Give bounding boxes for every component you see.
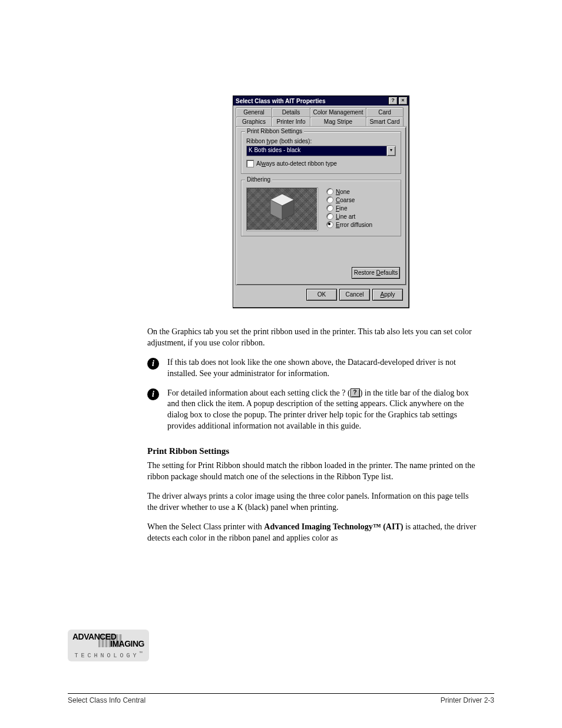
note-2-text: For detailed information about each sett… (167, 388, 477, 433)
tab-color-management[interactable]: Color Management (310, 107, 366, 117)
dither-preview-image (246, 187, 318, 231)
tab-printer-info[interactable]: Printer Info (272, 117, 310, 126)
tab-card[interactable]: Card (366, 107, 404, 117)
help-icon[interactable]: ? (388, 97, 398, 105)
auto-detect-checkbox[interactable] (246, 160, 254, 167)
ribbon-type-label: Ribbon type (both sides): (246, 138, 396, 144)
auto-detect-row[interactable]: Always auto-detect ribbon type (246, 160, 396, 167)
ok-button[interactable]: OK (306, 289, 337, 301)
ribbon-type-value: K Both sides - black (247, 146, 386, 156)
radio-fine[interactable]: Fine (326, 204, 372, 212)
info-icon: i (147, 388, 159, 400)
logo-imaging: IMAGING (110, 640, 144, 647)
footer-left: Select Class Info Central (68, 696, 146, 704)
dialog-titlebar: Select Class with AIT Properties ? × (233, 96, 409, 106)
ribbon-para-1: The setting for Print Ribbon should matc… (147, 460, 477, 483)
graphics-tab-panel: Print Ribbon Settings Ribbon type (both … (236, 126, 406, 285)
document-body: On the Graphics tab you set the print ri… (147, 327, 477, 552)
dialog-title: Select Class with AIT Properties (234, 98, 388, 104)
radio-coarse[interactable]: Coarse (326, 196, 372, 204)
note-1-text: If this tab does not look like the one s… (167, 357, 477, 380)
intro-paragraph: On the Graphics tab you set the print ri… (147, 327, 477, 349)
tab-mag-stripe[interactable]: Mag Stripe (310, 117, 366, 126)
ribbon-para-2: The driver always prints a color image u… (147, 491, 477, 513)
logo-technology: TECHNOLOGY™ (70, 651, 147, 659)
dithering-group-title: Dithering (245, 176, 272, 183)
footer-right: Printer Driver 2-3 (441, 696, 494, 704)
tab-details[interactable]: Details (272, 107, 310, 117)
print-ribbon-settings-group: Print Ribbon Settings Ribbon type (both … (241, 131, 401, 174)
restore-defaults-button[interactable]: Restore Defaults (352, 267, 400, 279)
tab-smart-card[interactable]: Smart Card (366, 117, 404, 126)
radio-error-diffusion[interactable]: Error diffusion (326, 220, 372, 229)
properties-dialog: Select Class with AIT Properties ? × Gen… (233, 95, 409, 308)
chevron-down-icon[interactable]: ▾ (386, 146, 395, 156)
note-1: i If this tab does not look like the one… (147, 357, 477, 380)
cube-icon (268, 193, 296, 226)
radio-line-art[interactable]: Line art (326, 212, 372, 220)
apply-button[interactable]: Apply (372, 289, 403, 301)
note-2: i For detailed information about each se… (147, 388, 477, 433)
section-heading-ribbon: Print Ribbon Settings (147, 445, 477, 457)
cancel-button[interactable]: Cancel (339, 289, 370, 301)
info-icon: i (147, 358, 159, 370)
close-icon[interactable]: × (398, 97, 408, 105)
tab-general[interactable]: General (236, 107, 272, 117)
dither-radio-group: None Coarse Fine Line art Error diffusio… (326, 187, 372, 231)
radio-none[interactable]: None (326, 187, 372, 196)
ait-logo: ADVANCED IMAGING TECHNOLOGY™ (68, 630, 149, 661)
dithering-group: Dithering (241, 180, 401, 236)
ribbon-group-title: Print Ribbon Settings (245, 128, 304, 134)
ribbon-para-3: When the Select Class printer with Advan… (147, 522, 477, 544)
page-footer: Select Class Info Central Printer Driver… (68, 693, 494, 704)
auto-detect-label: Always auto-detect ribbon type (256, 160, 337, 167)
ribbon-type-dropdown[interactable]: K Both sides - black ▾ (246, 146, 396, 156)
tab-graphics[interactable]: Graphics (236, 117, 272, 126)
help-icon: ? (351, 388, 360, 397)
